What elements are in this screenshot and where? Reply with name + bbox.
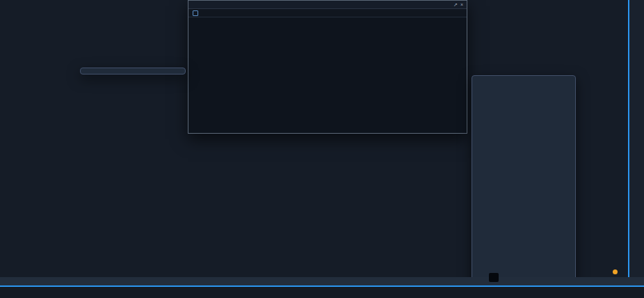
popup-open-external-icon[interactable]: ↗ [453, 2, 458, 8]
trading-app: ↗ × [0, 0, 644, 298]
bottom-toolbar [0, 287, 644, 298]
chart-context-menu [80, 68, 186, 74]
save-tooltip [489, 273, 499, 282]
popup-tab-bar [188, 9, 467, 17]
snapshot-mini-chart [188, 17, 464, 126]
popup-close-icon[interactable]: × [460, 2, 463, 7]
popup-tab-icon [193, 10, 198, 16]
right-sidebar-tabs [628, 0, 644, 277]
notification-dot [613, 269, 618, 274]
chart-snapshot-popup: ↗ × [188, 0, 467, 134]
popup-title-bar: ↗ × [188, 1, 467, 9]
timeframe-bar [0, 277, 644, 285]
layout-menu [472, 75, 576, 292]
